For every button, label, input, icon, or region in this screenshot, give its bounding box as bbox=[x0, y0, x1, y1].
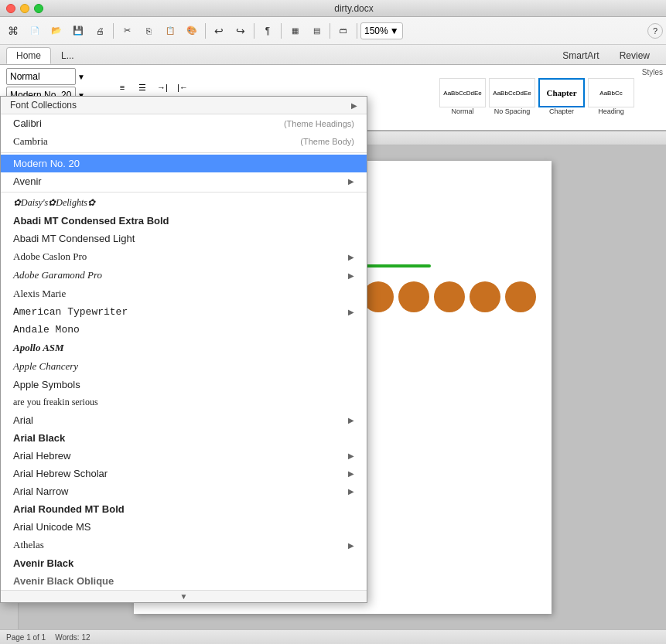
font-item-arial[interactable]: Arial ▶ bbox=[1, 411, 367, 429]
view-mode-button[interactable]: ▦ bbox=[285, 21, 305, 41]
dot-8 bbox=[398, 281, 429, 312]
submenu-arrow-american: ▶ bbox=[348, 308, 354, 316]
submenu-arrow-arial-hebrew-scholar: ▶ bbox=[348, 469, 354, 478]
zoom-arrow: ▼ bbox=[390, 26, 399, 36]
font-item-avenir[interactable]: Avenir ▶ bbox=[1, 172, 367, 190]
font-item-athelas[interactable]: Athelas ▶ bbox=[1, 536, 367, 554]
font-label-arial-rounded: Arial Rounded MT Bold bbox=[13, 503, 125, 515]
font-item-arial-hebrew[interactable]: Arial Hebrew ▶ bbox=[1, 447, 367, 465]
separator3 bbox=[254, 23, 254, 39]
font-item-chancery[interactable]: Apple Chancery bbox=[1, 357, 367, 376]
submenu-arrow-arial: ▶ bbox=[348, 416, 354, 424]
font-item-arial-rounded[interactable]: Arial Rounded MT Bold bbox=[1, 500, 367, 518]
style-heading-label: Heading bbox=[598, 107, 624, 115]
cut-button[interactable]: ✂ bbox=[117, 21, 137, 41]
outdent-button[interactable]: |← bbox=[173, 79, 192, 96]
close-button[interactable] bbox=[6, 4, 15, 13]
bullets-button[interactable]: ≡ bbox=[113, 79, 131, 96]
font-label-abadi-bold: Abadi MT Condensed Extra Bold bbox=[13, 215, 169, 227]
font-item-arial-hebrew-scholar[interactable]: Arial Hebrew Scholar ▶ bbox=[1, 465, 367, 482]
save-button[interactable]: 💾 bbox=[68, 21, 88, 41]
font-label-modern: Modern No. 20 bbox=[13, 158, 80, 169]
tab-review[interactable]: Review bbox=[610, 47, 660, 64]
font-item-abadi-light[interactable]: Abadi MT Condensed Light bbox=[1, 230, 367, 247]
minimize-button[interactable] bbox=[20, 4, 29, 13]
new-button[interactable]: 📄 bbox=[25, 21, 45, 41]
font-item-symbols[interactable]: Apple Symbols bbox=[1, 376, 367, 394]
apple-menu-button[interactable]: ⌘ bbox=[3, 21, 23, 41]
submenu-arrow-garamond: ▶ bbox=[348, 271, 354, 280]
separator4 bbox=[281, 23, 282, 39]
dropdown-header-arrow: ▶ bbox=[351, 101, 357, 110]
font-label-arial-unicode: Arial Unicode MS bbox=[13, 521, 91, 533]
doc-elements-button[interactable]: 🗃 bbox=[333, 21, 353, 41]
font-label-freakin: are you freakin serious bbox=[13, 397, 98, 408]
redo-button[interactable]: ↪ bbox=[231, 21, 251, 41]
help-icon: ? bbox=[653, 26, 657, 36]
submenu-arrow-avenir: ▶ bbox=[348, 177, 354, 186]
paste-button[interactable]: 📋 bbox=[160, 21, 180, 41]
word-count: Words: 12 bbox=[55, 633, 90, 642]
dot-11 bbox=[505, 281, 536, 312]
style-dropdown-arrow[interactable]: ▼ bbox=[77, 73, 85, 81]
font-item-american[interactable]: American Typewriter ▶ bbox=[1, 303, 367, 321]
dropdown-scroll-down[interactable]: ▼ bbox=[1, 590, 367, 602]
font-label-american: American Typewriter bbox=[13, 306, 128, 318]
font-item-avenir-black-oblique[interactable]: Avenir Black Oblique bbox=[1, 572, 367, 590]
font-item-alexis[interactable]: Alexis Marie bbox=[1, 285, 367, 303]
zoom-value: 150% bbox=[364, 26, 388, 36]
print-button[interactable]: 🖨 bbox=[90, 21, 110, 41]
tab-layout[interactable]: L... bbox=[51, 47, 84, 64]
numbered-list-button[interactable]: ☰ bbox=[133, 79, 152, 96]
style-normal-preview[interactable]: AaBbCcDdEe bbox=[439, 78, 486, 107]
font-label-cambria: Cambria bbox=[13, 135, 48, 148]
paragraph-marks-button[interactable]: ¶ bbox=[258, 21, 278, 41]
font-item-daisy[interactable]: ✿Daisy's✿Delights✿ bbox=[1, 194, 367, 212]
dropdown-scroll-area[interactable]: Calibri (Theme Headings) Cambria (Theme … bbox=[1, 114, 367, 590]
font-label-apollo: Apollo ASM bbox=[13, 342, 64, 354]
style-normal-label: Normal bbox=[451, 107, 473, 115]
separator5 bbox=[330, 23, 330, 39]
font-item-caslon[interactable]: Adobe Caslon Pro ▶ bbox=[1, 247, 367, 266]
tab-home[interactable]: Home bbox=[6, 47, 51, 64]
font-item-arial-black[interactable]: Arial Black bbox=[1, 429, 367, 447]
zoom-control[interactable]: 150% ▼ bbox=[360, 22, 403, 39]
format-paint-button[interactable]: 🎨 bbox=[182, 21, 202, 41]
dropdown-header[interactable]: Font Collections ▶ bbox=[1, 97, 367, 114]
style-chapter-preview[interactable]: Chapter bbox=[538, 78, 585, 107]
open-button[interactable]: 📂 bbox=[46, 21, 67, 41]
tab-smartart[interactable]: SmartArt bbox=[552, 47, 609, 64]
style-heading-preview[interactable]: AaBbCc bbox=[588, 78, 634, 107]
font-item-arial-unicode[interactable]: Arial Unicode MS bbox=[1, 518, 367, 536]
font-item-modern-no-20[interactable]: Modern No. 20 bbox=[1, 155, 367, 172]
theme-label-calibri: (Theme Headings) bbox=[284, 119, 354, 128]
font-item-arial-narrow[interactable]: Arial Narrow ▶ bbox=[1, 482, 367, 500]
font-label-daisy: ✿Daisy's✿Delights✿ bbox=[13, 197, 95, 209]
font-item-apollo[interactable]: Apollo ASM bbox=[1, 339, 367, 357]
styles-section-label: Styles bbox=[439, 68, 663, 77]
font-dropdown-menu[interactable]: Font Collections ▶ Calibri (Theme Headin… bbox=[0, 96, 367, 603]
font-item-andale[interactable]: Andale Mono bbox=[1, 321, 367, 339]
font-item-cambria[interactable]: Cambria (Theme Body) bbox=[1, 132, 367, 151]
font-item-garamond[interactable]: Adobe Garamond Pro ▶ bbox=[1, 266, 367, 285]
style-nospacing-preview[interactable]: AaBbCcDdEe bbox=[489, 78, 535, 107]
submenu-arrow-arial-narrow: ▶ bbox=[348, 487, 354, 496]
font-item-avenir-black[interactable]: Avenir Black bbox=[1, 554, 367, 572]
submenu-arrow-athelas: ▶ bbox=[348, 541, 354, 550]
theme-label-cambria: (Theme Body) bbox=[300, 137, 354, 146]
font-item-calibri[interactable]: Calibri (Theme Headings) bbox=[1, 114, 367, 132]
maximize-button[interactable] bbox=[34, 4, 43, 13]
style-selector[interactable]: Normal bbox=[6, 68, 76, 85]
view-mode2-button[interactable]: ▤ bbox=[306, 21, 326, 41]
style-nospacing-label: No Spacing bbox=[494, 107, 531, 115]
font-label-abadi-light: Abadi MT Condensed Light bbox=[13, 233, 135, 244]
help-button[interactable]: ? bbox=[647, 23, 663, 39]
font-item-abadi-bold[interactable]: Abadi MT Condensed Extra Bold bbox=[1, 212, 367, 230]
toolbar-row1: ⌘ 📄 📂 💾 🖨 ✂ ⎘ 📋 🎨 ↩ ↪ ¶ ▦ ▤ 🗃 150% ▼ ? bbox=[0, 17, 666, 45]
submenu-arrow-caslon: ▶ bbox=[348, 253, 354, 261]
copy-button[interactable]: ⎘ bbox=[138, 21, 159, 41]
indent-button[interactable]: →| bbox=[153, 79, 172, 96]
font-label-alexis: Alexis Marie bbox=[13, 288, 66, 300]
undo-button[interactable]: ↩ bbox=[209, 21, 229, 41]
font-item-freakin[interactable]: are you freakin serious bbox=[1, 394, 367, 411]
